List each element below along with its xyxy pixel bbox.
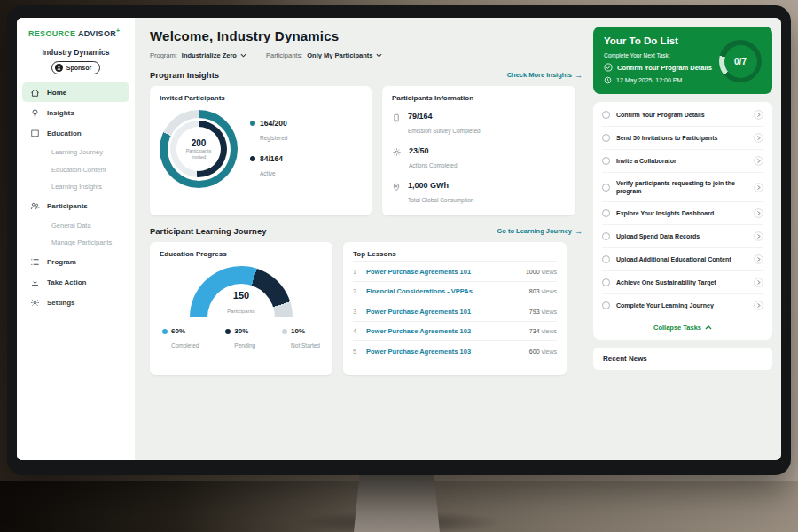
collapse-tasks-link[interactable]: Collapse Tasks xyxy=(602,317,763,337)
views-label: views xyxy=(541,309,557,315)
monitor-bezel: RESOURCE ADVISOR+ Industry Dynamics Spon… xyxy=(7,5,791,475)
task-item-verify-participants[interactable]: Verify participants requesting to join t… xyxy=(602,173,763,202)
legend-value: 10% xyxy=(291,327,320,335)
task-item-upload-spend-data[interactable]: Upload Spend Data Records xyxy=(602,225,763,248)
invited-participants-card: Invited Participants 200 Participants In… xyxy=(150,86,372,215)
stat-value: 1,000 GWh xyxy=(408,181,473,190)
chevron-right-icon[interactable] xyxy=(754,231,763,241)
gauge-center: 150 Participants xyxy=(190,290,293,317)
sidebar-item-label: General Data xyxy=(51,222,91,230)
navy-dot-icon xyxy=(250,156,255,161)
chevron-right-icon[interactable] xyxy=(754,254,763,264)
clock-icon xyxy=(604,76,612,84)
go-to-learning-journey-link[interactable]: Go to Learning Journey → xyxy=(497,227,583,236)
sidebar-item-settings[interactable]: Settings xyxy=(22,293,129,313)
task-label: Explore Your Insights Dashboard xyxy=(616,209,747,217)
sidebar-item-label: Settings xyxy=(47,299,75,307)
checkbox-circle-icon[interactable] xyxy=(602,278,610,286)
lesson-rank: 3 xyxy=(353,309,360,315)
sidebar-item-education[interactable]: Education xyxy=(22,123,129,143)
sidebar-item-manage-participants[interactable]: Manage Participants xyxy=(22,234,129,252)
chevron-right-icon[interactable] xyxy=(754,156,763,166)
todo-task-list: Confirm Your Program Details Send 50 Inv… xyxy=(593,102,772,340)
sidebar-item-participants[interactable]: Participants xyxy=(22,197,129,216)
lesson-link[interactable]: Financial Considerations - VPPAs xyxy=(366,287,523,295)
home-icon xyxy=(30,88,40,98)
lesson-row: 5 Power Purchase Agreements 103 600 view… xyxy=(353,341,557,361)
active-label: Active xyxy=(260,170,276,176)
lesson-link[interactable]: Power Purchase Agreements 103 xyxy=(366,348,523,356)
sidebar-item-program[interactable]: Program xyxy=(22,253,129,272)
invited-total-label: Participants Invited xyxy=(180,148,217,160)
legend-item-active: 84/164 Active xyxy=(250,154,287,179)
book-icon xyxy=(30,129,40,138)
task-item-invite-collaborator[interactable]: Invite a Collaborator xyxy=(602,150,763,173)
participants-information-card: Participants Information 79/164 Emission… xyxy=(382,86,575,215)
checkbox-circle-icon[interactable] xyxy=(602,232,610,240)
chevron-right-icon[interactable] xyxy=(754,208,763,218)
card-title: Participants Information xyxy=(392,94,566,102)
views-count: 600 xyxy=(529,348,540,355)
task-item-confirm-program[interactable]: Confirm Your Program Details xyxy=(602,104,763,127)
task-label: Send 50 Invitations to Participants xyxy=(616,134,747,142)
sidebar-item-education-content[interactable]: Education Content xyxy=(22,161,129,179)
invited-donut-chart: 200 Participants Invited xyxy=(160,110,238,188)
sidebar-item-insights[interactable]: Insights xyxy=(22,103,129,122)
lesson-link[interactable]: Power Purchase Agreements 101 xyxy=(366,308,523,316)
link-label: Go to Learning Journey xyxy=(497,227,572,235)
arrow-right-icon: → xyxy=(575,71,583,80)
program-filter-label: Program: xyxy=(150,51,177,59)
collapse-tasks-label: Collapse Tasks xyxy=(653,324,701,332)
task-item-send-invitations[interactable]: Send 50 Invitations to Participants xyxy=(602,127,763,150)
donut-legend: 164/200 Registered 84/164 Active xyxy=(250,119,287,179)
sidebar-item-general-data[interactable]: General Data xyxy=(22,217,129,235)
sidebar-item-learning-journey[interactable]: Learning Journey xyxy=(22,144,129,161)
task-item-upload-educational-content[interactable]: Upload Additional Educational Content xyxy=(602,248,763,271)
task-item-achieve-target[interactable]: Achieve One Sustainability Target xyxy=(602,271,763,294)
chevron-right-icon[interactable] xyxy=(754,301,763,310)
task-item-explore-insights[interactable]: Explore Your Insights Dashboard xyxy=(602,202,763,225)
stat-actions-completed: 23/50 Actions Completed xyxy=(392,146,566,171)
recent-news-card: Recent News xyxy=(593,348,772,370)
gauge-legend: 60%Completed 30%Pending 10%Not Started xyxy=(160,327,323,351)
checkbox-circle-icon[interactable] xyxy=(602,184,610,192)
task-item-complete-learning-journey[interactable]: Complete Your Learning Journey xyxy=(602,294,763,317)
pin-icon xyxy=(392,182,401,206)
lesson-link[interactable]: Power Purchase Agreements 101 xyxy=(366,268,520,276)
sidebar-item-take-action[interactable]: Take Action xyxy=(22,273,129,293)
desk-background: RESOURCE ADVISOR+ Industry Dynamics Spon… xyxy=(0,0,798,532)
lesson-row: 3 Power Purchase Agreements 101 793 view… xyxy=(353,301,557,322)
views-label: views xyxy=(541,269,557,275)
sidebar-nav: Home Insights Education Learning Journey xyxy=(17,82,135,313)
todo-progress-ring: 0/7 xyxy=(719,40,762,82)
active-value: 84/164 xyxy=(260,154,283,163)
chevron-right-icon[interactable] xyxy=(754,278,763,287)
checkbox-circle-icon[interactable] xyxy=(602,301,610,309)
checkbox-circle-icon[interactable] xyxy=(602,209,610,217)
task-label: Upload Spend Data Records xyxy=(616,232,747,240)
checkbox-circle-icon[interactable] xyxy=(602,255,610,263)
checkbox-circle-icon[interactable] xyxy=(602,134,610,142)
education-gauge-chart: 150 Participants xyxy=(190,266,293,317)
chevron-down-icon xyxy=(376,53,382,58)
sponsor-badge: Sponsor xyxy=(51,61,100,74)
sidebar-item-learning-insights[interactable]: Learning Insights xyxy=(22,178,129,196)
legend-label: Not Started xyxy=(291,342,320,348)
chevron-right-icon[interactable] xyxy=(754,133,763,143)
check-more-insights-link[interactable]: Check More Insights → xyxy=(507,71,583,80)
gray-dot-icon xyxy=(282,329,287,334)
chevron-right-icon[interactable] xyxy=(754,183,763,192)
sidebar-item-home[interactable]: Home xyxy=(22,82,129,102)
invited-total: 200 xyxy=(192,138,207,148)
sidebar-item-label: Participants xyxy=(47,202,88,210)
program-filter-dropdown[interactable]: Industrialize Zero xyxy=(182,51,246,59)
gear-icon xyxy=(30,298,40,308)
participants-filter-dropdown[interactable]: Only My Participants xyxy=(307,51,382,59)
checkbox-circle-icon[interactable] xyxy=(602,111,610,119)
checkbox-circle-icon[interactable] xyxy=(602,157,610,165)
lesson-link[interactable]: Power Purchase Agreements 102 xyxy=(366,327,523,335)
task-label: Complete Your Learning Journey xyxy=(616,301,747,309)
stat-value: 23/50 xyxy=(409,146,458,155)
legend-item-registered: 164/200 Registered xyxy=(250,119,287,144)
chevron-right-icon[interactable] xyxy=(754,110,763,120)
